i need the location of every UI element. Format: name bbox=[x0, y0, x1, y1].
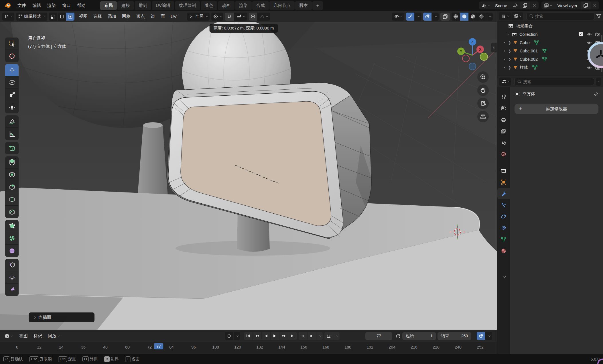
snap-toggle[interactable] bbox=[225, 13, 234, 21]
tab-constraints[interactable] bbox=[497, 222, 510, 234]
tool-measure[interactable] bbox=[5, 128, 19, 140]
tool-inset-faces[interactable] bbox=[5, 169, 19, 181]
shading-dropdown[interactable] bbox=[486, 13, 493, 21]
proportional-edit-toggle[interactable] bbox=[249, 13, 257, 21]
tool-edge-slide[interactable] bbox=[5, 259, 19, 271]
tool-poly-build[interactable] bbox=[5, 220, 19, 232]
step-forward-button[interactable] bbox=[308, 332, 316, 340]
tab-physics[interactable] bbox=[497, 211, 510, 222]
properties-editor-type-button[interactable] bbox=[499, 78, 511, 86]
tool-transform[interactable] bbox=[5, 101, 19, 113]
scene-name[interactable]: Scene bbox=[492, 3, 511, 8]
topbar-menu-item[interactable]: 窗口 bbox=[59, 1, 74, 10]
viewport-menu-item[interactable]: 网格 bbox=[119, 12, 133, 21]
tab-object[interactable] bbox=[497, 176, 510, 188]
add-modifier-button[interactable]: + 添加修改器 bbox=[515, 104, 598, 114]
timeline-overlay-dropdown[interactable] bbox=[485, 332, 492, 340]
workspace-tab[interactable]: 渲染 bbox=[235, 1, 252, 10]
xray-toggle[interactable] bbox=[440, 13, 450, 21]
unlink-scene-icon[interactable]: ✕ bbox=[530, 3, 538, 8]
tool-add-cube[interactable] bbox=[5, 142, 19, 154]
tab-scene[interactable] bbox=[497, 137, 510, 148]
step-back-button[interactable] bbox=[299, 332, 307, 340]
workspace-tab[interactable]: 合成 bbox=[252, 1, 269, 10]
tool-bevel[interactable] bbox=[5, 181, 19, 193]
loop-toggle[interactable] bbox=[324, 332, 333, 340]
sidebar-collapse-arrow[interactable]: ‹ bbox=[491, 43, 497, 52]
tab-material[interactable] bbox=[497, 245, 510, 257]
workspace-tab[interactable]: 几何节点 bbox=[269, 1, 295, 10]
workspace-tab[interactable]: UV编辑 bbox=[152, 1, 174, 10]
rendered-shading-button[interactable] bbox=[477, 13, 486, 21]
tab-collection[interactable] bbox=[497, 165, 510, 176]
snap-target-dropdown[interactable] bbox=[234, 13, 247, 21]
outliner-object-row[interactable]: ❯ Cube bbox=[497, 38, 603, 47]
tool-rotate[interactable] bbox=[5, 76, 19, 89]
mode-dropdown[interactable]: 编辑模式 bbox=[16, 13, 47, 21]
timeline-menu-item[interactable]: 标记 bbox=[31, 332, 45, 340]
topbar-menu-item[interactable]: 帮助 bbox=[74, 1, 89, 10]
new-scene-icon[interactable] bbox=[520, 1, 530, 9]
workspace-tab[interactable]: 布局 bbox=[100, 1, 117, 10]
outliner-search-input[interactable] bbox=[535, 14, 592, 19]
tool-move[interactable] bbox=[5, 64, 19, 76]
solid-shading-button[interactable] bbox=[460, 13, 468, 21]
tool-smooth[interactable] bbox=[5, 245, 19, 257]
workspace-tab[interactable]: 雕刻 bbox=[135, 1, 151, 10]
tool-cursor[interactable] bbox=[5, 50, 19, 62]
outliner-display-mode-button[interactable] bbox=[511, 12, 523, 20]
tool-knife[interactable] bbox=[5, 206, 19, 218]
tab-output[interactable] bbox=[497, 114, 510, 125]
tab-tool[interactable] bbox=[497, 91, 510, 103]
play-button[interactable] bbox=[271, 332, 279, 340]
tab-world[interactable] bbox=[497, 148, 510, 160]
blender-logo-icon[interactable] bbox=[4, 2, 11, 9]
tab-particles[interactable] bbox=[497, 199, 510, 211]
workspace-tab[interactable]: + bbox=[312, 1, 323, 10]
play-reverse-button[interactable] bbox=[262, 332, 270, 340]
current-frame-field[interactable]: 77 bbox=[365, 332, 392, 340]
start-frame-field[interactable]: 起始1 bbox=[402, 332, 436, 340]
properties-search[interactable] bbox=[515, 78, 594, 85]
tool-spin[interactable] bbox=[5, 232, 19, 245]
jump-to-start-button[interactable] bbox=[244, 332, 253, 340]
tab-modifiers[interactable] bbox=[497, 188, 510, 199]
timeline-overlay-toggle[interactable] bbox=[477, 332, 485, 340]
wireframe-shading-button[interactable] bbox=[452, 13, 460, 21]
workspace-tab[interactable]: 着色 bbox=[201, 1, 217, 10]
scene-selector[interactable]: Scene ✕ bbox=[479, 1, 539, 9]
hide-eye-icon[interactable] bbox=[586, 32, 592, 36]
pivot-point-dropdown[interactable] bbox=[211, 13, 223, 21]
tab-view-layer[interactable] bbox=[497, 125, 510, 137]
viewlayer-icon[interactable] bbox=[541, 1, 554, 9]
tool-annotate[interactable] bbox=[5, 115, 19, 128]
tab-render[interactable] bbox=[497, 103, 510, 114]
tool-extrude-region[interactable] bbox=[5, 156, 19, 169]
workspace-tab[interactable]: 脚本 bbox=[295, 1, 312, 10]
viewport-menu-item[interactable]: 边 bbox=[148, 12, 158, 21]
camera-view-button[interactable] bbox=[477, 98, 489, 109]
tool-scale[interactable] bbox=[5, 89, 19, 101]
outliner-collection-row[interactable]: Collection ✓ bbox=[497, 30, 603, 38]
overlays-dropdown[interactable] bbox=[432, 13, 439, 21]
breadcrumb-object-name[interactable]: 立方体 bbox=[523, 91, 535, 97]
topbar-menu-item[interactable]: 编辑 bbox=[29, 1, 44, 10]
workspace-tab[interactable]: 建模 bbox=[117, 1, 134, 10]
outliner-editor-type-button[interactable] bbox=[499, 12, 511, 20]
workspace-tab[interactable]: 动画 bbox=[218, 1, 234, 10]
material-preview-button[interactable] bbox=[469, 13, 477, 21]
edge-select-button[interactable] bbox=[58, 13, 66, 21]
tool-select-box[interactable] bbox=[5, 38, 19, 50]
proportional-falloff-dropdown[interactable] bbox=[257, 13, 270, 21]
tabs-overflow-chevron[interactable] bbox=[503, 275, 506, 278]
outliner-object-row[interactable]: ❯ Cube.001 bbox=[497, 47, 603, 55]
frame-step-dropdown[interactable] bbox=[316, 332, 323, 340]
render-camera-icon[interactable] bbox=[595, 32, 600, 36]
exclude-checkbox[interactable]: ✓ bbox=[579, 32, 583, 36]
pan-button[interactable] bbox=[477, 84, 489, 96]
tool-shrink-fatten[interactable] bbox=[5, 271, 19, 284]
properties-options-dropdown[interactable] bbox=[596, 78, 601, 86]
properties-search-input[interactable] bbox=[523, 79, 592, 84]
face-select-button[interactable] bbox=[66, 13, 74, 21]
next-keyframe-button[interactable] bbox=[279, 332, 288, 340]
